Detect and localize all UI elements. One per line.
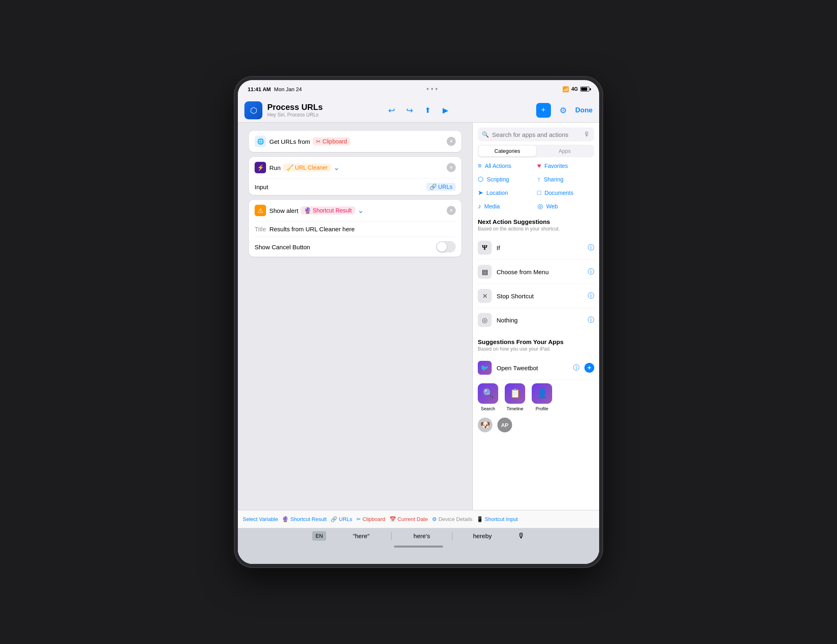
title-row: Title Results from URL Cleaner here	[249, 221, 461, 237]
signal-label: 4G	[571, 86, 578, 92]
var-urls[interactable]: 🔗 URLs	[331, 516, 352, 522]
actions-panel: 🔍 🎙 Categories Apps ≡ All Actions	[472, 123, 599, 564]
next-action-subtitle: Based on the actions in your shortcut.	[478, 226, 594, 232]
action-nothing[interactable]: ◎ Nothing ⓘ	[478, 308, 594, 332]
kbd-suggestion-0[interactable]: "here"	[331, 532, 391, 539]
nav-title: Process URLs	[267, 103, 323, 112]
shortcut-result-token[interactable]: 🔮 Shortcut Result	[301, 206, 355, 215]
wifi-icon: 📶	[562, 86, 569, 92]
category-documents[interactable]: □ Documents	[537, 187, 595, 198]
keyboard-mic[interactable]: 🎙	[517, 532, 525, 540]
nav-center[interactable]: ↩ ↪ ⬆ ▶	[384, 103, 453, 118]
get-urls-title: Get URLs from ✂ Clipboard	[269, 137, 443, 145]
app-suggestions-title: Suggestions From Your Apps	[478, 338, 594, 345]
keyboard-lang[interactable]: EN	[312, 531, 326, 541]
show-alert-title: Show alert 🔮 Shortcut Result ⌄	[269, 206, 443, 215]
undo-button[interactable]: ↩	[384, 103, 399, 118]
tweetbot-add-btn[interactable]: +	[584, 363, 594, 373]
app-search[interactable]: 🔍 Search	[478, 383, 498, 411]
share-button[interactable]: ⬆	[420, 103, 435, 118]
nothing-info-btn[interactable]: ⓘ	[588, 316, 594, 324]
documents-icon: □	[537, 189, 542, 197]
stop-icon: ✕	[478, 289, 492, 303]
app-suggestions-section: Suggestions From Your Apps Based on how …	[478, 338, 594, 411]
get-urls-close[interactable]: ×	[447, 137, 456, 146]
run-shortcut-close[interactable]: ×	[447, 163, 456, 172]
profile-app-label: Profile	[535, 406, 548, 411]
tweetbot-info-btn[interactable]: ⓘ	[573, 364, 580, 372]
documents-label: Documents	[544, 190, 573, 196]
open-tweetbot-action[interactable]: 🐦 Open Tweetbot ⓘ +	[478, 356, 594, 380]
title-field-value[interactable]: Results from URL Cleaner here	[269, 226, 456, 233]
show-cancel-toggle[interactable]	[436, 241, 456, 253]
action-if[interactable]: Ψ If ⓘ	[478, 236, 594, 260]
run-shortcut-title: Run 🧹 URL Cleaner ⌄	[269, 163, 443, 172]
done-button[interactable]: Done	[575, 106, 593, 114]
action-choose-from-menu[interactable]: ▤ Choose from Menu ⓘ	[478, 260, 594, 284]
var-current-date[interactable]: 📅 Current Date	[389, 516, 428, 522]
clipboard-token[interactable]: ✂ Clipboard	[313, 137, 350, 145]
category-location[interactable]: ➤ Location	[478, 187, 535, 198]
alert-icon: ⚠	[255, 205, 266, 216]
if-label: If	[497, 244, 583, 251]
category-web[interactable]: ◎ Web	[537, 201, 595, 212]
settings-button[interactable]: ⚙	[556, 103, 571, 118]
app-profile[interactable]: 👤 Profile	[532, 383, 552, 411]
mic-icon[interactable]: 🎙	[584, 131, 590, 138]
action-show-alert-header: ⚠ Show alert 🔮 Shortcut Result ⌄ ×	[249, 200, 461, 221]
search-icon: 🔍	[482, 131, 489, 138]
search-bar[interactable]: 🔍 🎙	[478, 127, 594, 141]
ap-avatar: AP	[497, 418, 512, 432]
play-button[interactable]: ▶	[438, 103, 453, 118]
if-info-btn[interactable]: ⓘ	[588, 244, 594, 252]
action-get-urls: 🌐 Get URLs from ✂ Clipboard ×	[249, 131, 461, 152]
home-bar	[394, 546, 443, 548]
search-app-label: Search	[481, 406, 495, 411]
clipboard-var-icon: ✂	[356, 516, 361, 522]
search-input[interactable]	[492, 131, 580, 138]
timeline-app-label: Timeline	[506, 406, 523, 411]
tab-categories[interactable]: Categories	[479, 145, 536, 157]
status-bar: 11:41 AM Mon Jan 24 • • • 📶 4G	[238, 80, 599, 98]
category-sharing[interactable]: ↑ Sharing	[537, 174, 595, 185]
expand-chevron[interactable]: ⌄	[333, 163, 340, 172]
tab-apps[interactable]: Apps	[536, 145, 594, 157]
add-action-button[interactable]: +	[536, 103, 551, 118]
var-shortcut-result[interactable]: 🔮 Shortcut Result	[282, 516, 327, 522]
kbd-suggestion-2[interactable]: hereby	[452, 532, 512, 539]
kbd-suggestion-1[interactable]: here's	[392, 532, 452, 539]
run-shortcut-icon: ⚡	[255, 162, 266, 173]
var-select-variable[interactable]: Select Variable	[243, 516, 278, 522]
tweetbot-large-icon: 🐦	[478, 361, 492, 375]
var-device-details[interactable]: ⚙ Device Details	[432, 516, 472, 522]
url-cleaner-token[interactable]: 🧹 URL Cleaner	[283, 163, 331, 172]
action-stop-shortcut[interactable]: ✕ Stop Shortcut ⓘ	[478, 284, 594, 308]
nav-subtitle: Hey Siri, Process URLs	[267, 112, 323, 118]
show-alert-close[interactable]: ×	[447, 206, 456, 215]
all-actions-icon: ≡	[478, 162, 481, 170]
var-shortcut-input[interactable]: 📱 Shortcut Input	[477, 516, 518, 522]
scripting-icon: ⬡	[478, 175, 483, 183]
dot3: •	[435, 85, 438, 93]
var-clipboard[interactable]: ✂ Clipboard	[356, 516, 385, 522]
category-all-actions[interactable]: ≡ All Actions	[478, 161, 535, 171]
show-alert-prefix: Show alert	[269, 207, 298, 214]
category-scripting[interactable]: ⬡ Scripting	[478, 174, 535, 185]
urls-token[interactable]: 🔗 URLs	[426, 183, 456, 191]
expand-chevron2[interactable]: ⌄	[358, 206, 364, 215]
sharing-icon: ↑	[537, 176, 541, 183]
category-favorites[interactable]: ♥ Favorites	[537, 161, 595, 171]
profile-app-icon: 👤	[532, 383, 552, 404]
get-urls-icon: 🌐	[255, 136, 266, 147]
choose-menu-info-btn[interactable]: ⓘ	[588, 268, 594, 276]
keyboard-area: EN "here" here's hereby 🎙	[238, 528, 599, 564]
favorites-icon: ♥	[537, 162, 542, 170]
nav-title-group: Process URLs Hey Siri, Process URLs	[267, 103, 323, 118]
app-timeline[interactable]: 📋 Timeline	[505, 383, 525, 411]
stop-shortcut-label: Stop Shortcut	[497, 293, 583, 300]
apps-row: 🔍 Search 📋 Timeline 👤	[478, 383, 594, 411]
stop-info-btn[interactable]: ⓘ	[588, 292, 594, 300]
timeline-app-icon: 📋	[505, 383, 525, 404]
category-media[interactable]: ♪ Media	[478, 201, 535, 212]
redo-button[interactable]: ↪	[402, 103, 417, 118]
